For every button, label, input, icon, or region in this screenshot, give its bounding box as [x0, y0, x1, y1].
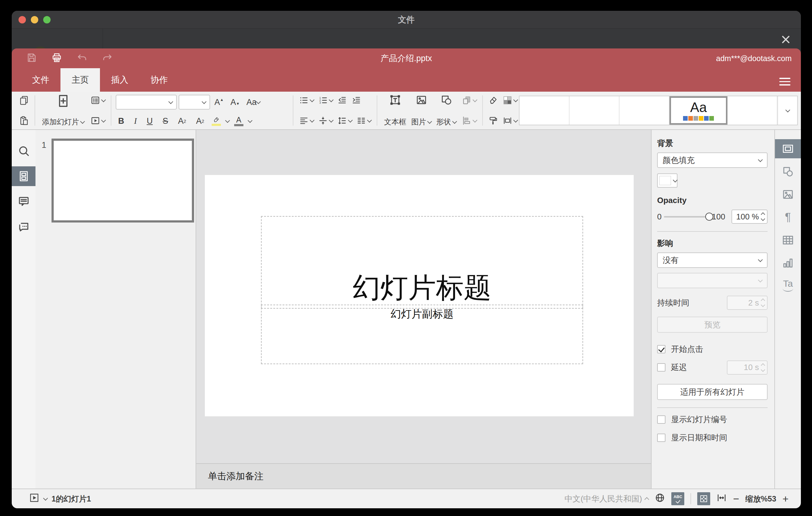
- background-fill-select[interactable]: 颜色填充: [657, 152, 767, 168]
- editing-canvas[interactable]: 幻灯片标题 幻灯片副标题: [196, 130, 651, 463]
- effect-type-select[interactable]: [657, 273, 767, 288]
- line-spacing-button[interactable]: [336, 115, 353, 126]
- increase-font-button[interactable]: A▲: [212, 97, 226, 107]
- highlight-color-button[interactable]: [212, 117, 221, 126]
- slider-knob[interactable]: [705, 212, 713, 221]
- theme-option[interactable]: [570, 96, 619, 125]
- subscript-button[interactable]: A2: [194, 116, 206, 126]
- tab-insert[interactable]: 插入: [100, 68, 140, 92]
- delay-checkbox[interactable]: [657, 363, 665, 372]
- fit-to-slide-icon[interactable]: [697, 492, 710, 505]
- chevron-down-icon[interactable]: [225, 118, 230, 123]
- menu-icon[interactable]: [779, 76, 790, 88]
- chevron-down-icon[interactable]: [761, 217, 765, 221]
- comments-icon[interactable]: [12, 192, 35, 211]
- set-language-icon[interactable]: [655, 492, 665, 505]
- apply-to-all-slides-button[interactable]: 适用于所有幻灯片: [657, 384, 767, 400]
- insert-textbox-button[interactable]: 文本框: [382, 93, 409, 127]
- chevron-down-icon[interactable]: [248, 118, 252, 123]
- duration-spinner[interactable]: 2 s: [727, 296, 767, 310]
- bold-button[interactable]: B: [116, 116, 127, 126]
- close-icon[interactable]: [781, 34, 791, 45]
- increase-indent-button[interactable]: [350, 95, 362, 106]
- shape-settings-icon[interactable]: [775, 162, 801, 181]
- horizontal-align-button[interactable]: [298, 115, 315, 126]
- effect-select[interactable]: 没有: [657, 253, 767, 268]
- tab-collaboration[interactable]: 协作: [140, 68, 179, 92]
- opacity-spinner[interactable]: 100 %: [731, 209, 767, 224]
- zoom-out-button[interactable]: −: [733, 493, 739, 504]
- tab-file[interactable]: 文件: [21, 68, 60, 92]
- numbering-button[interactable]: 123: [317, 95, 334, 106]
- font-color-button[interactable]: A: [234, 116, 243, 126]
- insert-shape-button[interactable]: 形状: [434, 93, 459, 127]
- spellcheck-icon[interactable]: ABC: [671, 492, 684, 505]
- search-icon[interactable]: [12, 141, 35, 161]
- slide-thumbnail[interactable]: [52, 139, 194, 223]
- theme-option[interactable]: [520, 96, 570, 125]
- language-selector[interactable]: 中文(中华人民共和国): [564, 493, 648, 504]
- decrease-font-button[interactable]: A▼: [228, 97, 242, 107]
- insert-image-button[interactable]: 图片: [409, 93, 434, 127]
- bullets-button[interactable]: [298, 95, 315, 106]
- change-layout-button[interactable]: [89, 95, 107, 106]
- theme-gallery-expand-button[interactable]: [778, 96, 797, 125]
- notes-area[interactable]: 单击添加备注: [196, 463, 651, 489]
- paste-button[interactable]: [18, 115, 30, 126]
- color-scheme-button[interactable]: [501, 95, 519, 106]
- theme-preview-label: Aa: [690, 101, 707, 114]
- align-objects-button[interactable]: [461, 115, 478, 126]
- tab-home[interactable]: 主页: [60, 68, 100, 92]
- ribbon-tabs: 文件 主页 插入 协作: [12, 68, 179, 92]
- minimize-traffic-icon[interactable]: [31, 16, 38, 24]
- start-slideshow-status-icon[interactable]: [29, 492, 39, 505]
- strikethrough-button[interactable]: S: [160, 116, 171, 126]
- fit-to-width-icon[interactable]: [716, 492, 727, 505]
- font-size-select[interactable]: [179, 95, 210, 110]
- columns-button[interactable]: [355, 115, 372, 126]
- slide-info: 1的幻灯片1: [52, 494, 91, 504]
- title-placeholder[interactable]: 幻灯片标题: [261, 216, 583, 309]
- copy-style-button[interactable]: [487, 115, 499, 126]
- preview-button[interactable]: 预览: [657, 317, 767, 333]
- start-slideshow-button[interactable]: [89, 115, 107, 126]
- chat-icon[interactable]: [12, 217, 35, 237]
- italic-button[interactable]: I: [132, 116, 140, 126]
- chevron-down-icon: [758, 278, 763, 282]
- theme-option[interactable]: [619, 96, 669, 125]
- image-settings-icon[interactable]: [775, 185, 801, 204]
- theme-option[interactable]: [727, 96, 778, 125]
- zoom-traffic-icon[interactable]: [43, 16, 51, 24]
- vertical-align-button[interactable]: [317, 115, 334, 126]
- delay-spinner[interactable]: 10 s: [727, 361, 767, 375]
- slide-size-button[interactable]: [501, 115, 519, 126]
- clear-style-button[interactable]: [487, 95, 499, 106]
- chevron-up-icon[interactable]: [761, 212, 765, 217]
- add-slide-button[interactable]: 添加幻灯片: [39, 93, 87, 127]
- slide-settings-icon[interactable]: [775, 139, 801, 158]
- copy-button[interactable]: [18, 95, 30, 106]
- opacity-slider[interactable]: [664, 216, 709, 218]
- zoom-in-button[interactable]: +: [782, 493, 788, 504]
- theme-option-selected[interactable]: Aa: [669, 96, 727, 125]
- paragraph-settings-icon[interactable]: ¶: [775, 208, 801, 227]
- chevron-down-icon[interactable]: [43, 496, 48, 500]
- change-case-button[interactable]: Aa: [244, 97, 263, 107]
- decrease-indent-button[interactable]: [336, 95, 348, 106]
- text-art-settings-icon[interactable]: Ta: [775, 276, 801, 295]
- close-traffic-icon[interactable]: [19, 16, 26, 24]
- chevron-down-icon: [169, 99, 173, 104]
- arrange-objects-button[interactable]: [461, 95, 478, 106]
- subtitle-placeholder[interactable]: 幻灯片副标题: [261, 305, 583, 364]
- slide-canvas[interactable]: 幻灯片标题 幻灯片副标题: [205, 175, 634, 416]
- font-name-select[interactable]: [116, 95, 177, 110]
- chart-settings-icon[interactable]: [775, 253, 801, 273]
- start-on-click-checkbox[interactable]: [657, 345, 665, 353]
- slides-panel-icon[interactable]: [12, 166, 35, 186]
- background-color-picker[interactable]: [657, 173, 677, 188]
- show-slide-number-checkbox[interactable]: [657, 415, 665, 424]
- underline-button[interactable]: U: [144, 116, 155, 126]
- show-date-time-checkbox[interactable]: [657, 434, 665, 442]
- table-settings-icon[interactable]: [775, 231, 801, 250]
- superscript-button[interactable]: A2: [176, 116, 188, 126]
